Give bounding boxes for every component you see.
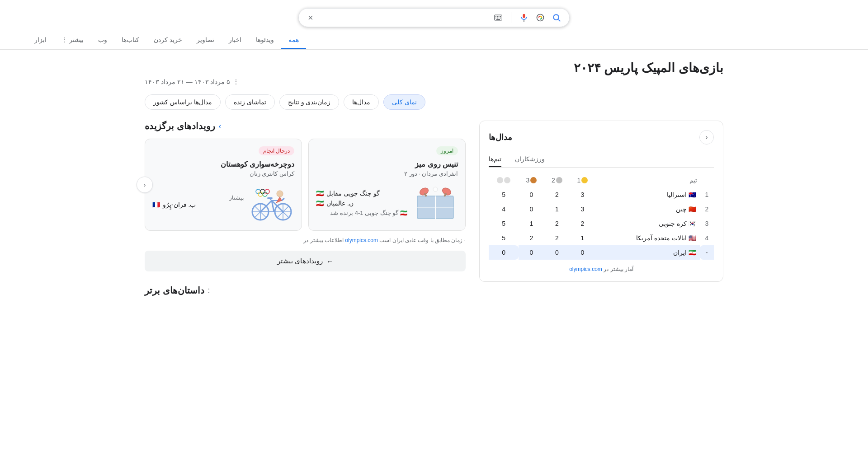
- table-row: 2 🇨🇳 چین 3 1 0 4: [489, 202, 714, 216]
- svg-point-19: [419, 187, 429, 196]
- events-olympics-link[interactable]: olympics.com: [345, 237, 378, 243]
- country-3: 🇰🇷 کره جنوبی: [595, 216, 700, 231]
- medals-tabs: ورزشکاران تیم‌ها: [489, 152, 714, 168]
- tab-videos[interactable]: ویدئوها: [249, 32, 281, 49]
- rank-2: 2: [700, 202, 714, 216]
- col-rank: [700, 173, 714, 187]
- events-header-arrow[interactable]: ›: [219, 121, 222, 131]
- country-iran: 🇮🇷 ایران: [595, 245, 700, 260]
- today-badge: امروز: [436, 146, 458, 155]
- col-silver: 2: [544, 173, 570, 187]
- gold-4: 1: [570, 231, 595, 245]
- date-range: ۵ مرداد ۱۴۰۳ — ۲۱ مرداد ۱۴۰۳: [145, 78, 230, 85]
- team1-flag: 🇮🇷: [316, 190, 324, 197]
- silver-2: 1: [544, 202, 570, 216]
- tab-images[interactable]: تصاویر: [189, 32, 222, 49]
- filter-medals[interactable]: مدال‌ها: [344, 94, 379, 110]
- more-events-arrow: ←: [326, 257, 333, 265]
- search-input[interactable]: المپیک ۲۰۲۴: [315, 14, 488, 22]
- tab-teams[interactable]: تیم‌ها: [489, 152, 501, 167]
- top-stories-dots[interactable]: :: [208, 286, 210, 295]
- info-prefix: اطلاعات بیشتر در: [303, 237, 344, 243]
- cyclist-flag: 🇫🇷: [152, 201, 160, 208]
- gold-label: 1: [577, 177, 580, 184]
- flag-australia: 🇦🇺: [689, 191, 696, 198]
- country-1: 🇦🇺 استرالیا: [595, 187, 700, 202]
- events-prev-button[interactable]: ‹: [137, 177, 153, 193]
- silver-iran: 0: [544, 245, 570, 260]
- svg-line-34: [260, 201, 272, 212]
- tab-news[interactable]: اخبار: [222, 32, 249, 49]
- filter-overview[interactable]: نمای کلی: [383, 94, 425, 110]
- rank-3: 3: [700, 216, 714, 231]
- lens-button[interactable]: [535, 13, 546, 22]
- tab-books[interactable]: کتاب‌ها: [114, 32, 146, 49]
- event-card-tabletennis: امروز تنیس روی میز انفرادی مردان · دور ۲: [308, 139, 466, 231]
- tabletennis-svg: [413, 182, 458, 223]
- filter-watch[interactable]: تماشای زنده: [225, 94, 275, 110]
- team2-flag: 🇮🇷: [316, 200, 324, 207]
- table-row: 4 🇺🇸 ایالات متحده آمریکا 1 2 2 5: [489, 231, 714, 245]
- total-1: 5: [489, 187, 519, 202]
- country-name-3: کره جنوبی: [659, 220, 687, 227]
- bronze-2: 0: [519, 202, 544, 216]
- medals-panel-title: مدال‌ها: [489, 132, 512, 142]
- events-title: رویدادهای برگزیده: [145, 121, 215, 131]
- cyclist-label: پیشتاز: [152, 195, 244, 201]
- back-button[interactable]: ‹: [699, 130, 714, 145]
- tab-more[interactable]: بیشتر ⋮: [54, 32, 91, 49]
- tab-shopping[interactable]: خرید کردن: [146, 32, 189, 49]
- olympic-title: بازی‌های المپیک پاریس ۲۰۲۴: [145, 61, 723, 75]
- total-2: 4: [489, 202, 519, 216]
- svg-point-23: [433, 187, 438, 191]
- svg-rect-41: [267, 197, 273, 199]
- search-button[interactable]: [551, 13, 562, 22]
- total-iran: 0: [489, 245, 519, 260]
- gold-iran: 0: [570, 245, 595, 260]
- team-row-1: گو چنگ جویی مقابل 🇮🇷: [316, 190, 407, 197]
- rank-4: 4: [700, 231, 714, 245]
- flag-china: 🇨🇳: [689, 205, 696, 213]
- medals-panel-header: ‹ مدال‌ها: [489, 130, 714, 145]
- search-divider: [511, 12, 511, 23]
- gold-2: 3: [570, 202, 595, 216]
- info-suffix: · زمان مطابق با وقت عادی ایران است: [379, 237, 466, 243]
- gold-1: 3: [570, 187, 595, 202]
- cycling-svg: [249, 182, 294, 223]
- tab-all[interactable]: همه: [281, 32, 306, 49]
- top-stories-title: داستان‌های برتر: [145, 285, 204, 296]
- main-content: بازی‌های المپیک پاریس ۲۰۲۴ ⋮ ۵ مرداد ۱۴۰…: [118, 50, 750, 307]
- more-events-label: رویدادهای بیشتر: [277, 257, 323, 265]
- tab-web[interactable]: وب: [91, 32, 114, 49]
- tab-athletes[interactable]: ورزشکاران: [515, 152, 545, 167]
- cycling-graphic: [249, 182, 294, 223]
- col-country: تیم: [595, 173, 700, 187]
- medals-footer: آمار بیشتر در olympics.com: [489, 266, 714, 272]
- event-details-2: پیشتاز ب. فران-پِرُو 🇫🇷: [152, 195, 244, 211]
- keyboard-button[interactable]: [493, 13, 504, 22]
- gold-3: 2: [570, 216, 595, 231]
- medals-olympics-link[interactable]: olympics.com: [569, 266, 602, 272]
- col-bronze: 3: [519, 173, 544, 187]
- filter-schedule[interactable]: زمان‌بندی و نتایج: [279, 94, 340, 110]
- flag-korea: 🇰🇷: [689, 220, 696, 227]
- sport-title-1: تنیس روی میز: [316, 160, 458, 168]
- rank-iran: -: [700, 245, 714, 260]
- event-card-cycling: درحال انجام دوچرخه‌سواری کوهستان کراس کا…: [145, 139, 302, 231]
- more-events-button[interactable]: ← رویدادهای بیشتر: [145, 251, 466, 271]
- clear-button[interactable]: ×: [306, 13, 315, 23]
- events-nav-arrows: ‹: [137, 177, 153, 193]
- finished-badge: درحال انجام: [259, 146, 294, 155]
- medals-table: تیم 1 2: [489, 173, 714, 260]
- country-name-iran: ایران: [673, 249, 687, 256]
- event-body-1: گو چنگ جویی مقابل 🇮🇷 ن. عالمیان 🇮🇷 🇮🇷 گو…: [316, 182, 458, 223]
- rank-1: 1: [700, 187, 714, 202]
- flag-usa: 🇺🇸: [689, 234, 696, 242]
- tab-tools[interactable]: ابزار: [27, 32, 54, 49]
- olympic-dates: ⋮ ۵ مرداد ۱۴۰۳ — ۲۱ مرداد ۱۴۰۳: [145, 78, 723, 85]
- top-stories-section: : داستان‌های برتر: [145, 285, 466, 296]
- dates-dots: ⋮: [233, 78, 239, 85]
- result-flag: 🇮🇷: [400, 210, 407, 216]
- filter-medals-by-country[interactable]: مدال‌ها براساس کشور: [145, 94, 221, 110]
- voice-button[interactable]: [519, 13, 529, 22]
